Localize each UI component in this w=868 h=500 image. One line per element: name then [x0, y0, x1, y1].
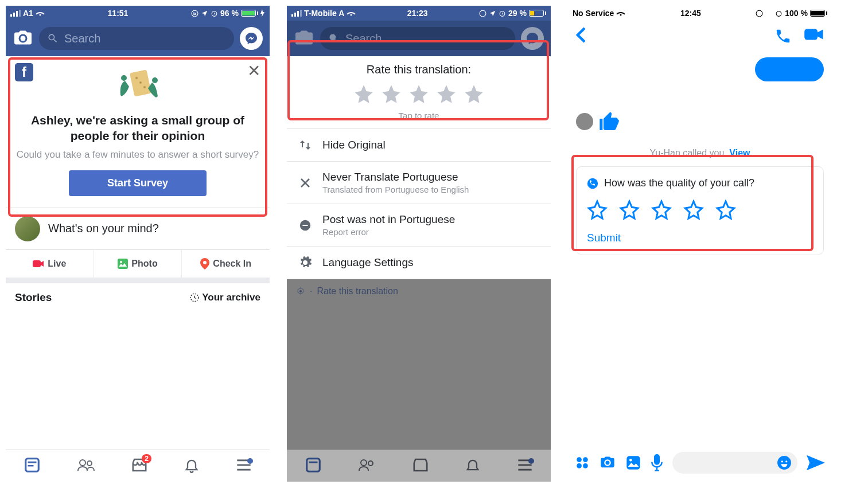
star-icon[interactable] [651, 200, 672, 220]
location-icon [765, 10, 773, 17]
marketplace-badge: 2 [142, 454, 151, 463]
live-button[interactable]: Live [6, 250, 94, 278]
thumbs-up-icon[interactable] [598, 110, 621, 133]
battery-pct: 100 % [785, 9, 808, 18]
nav-friends[interactable] [77, 456, 95, 476]
star-icon[interactable] [463, 83, 485, 105]
star-icon[interactable] [619, 200, 640, 220]
close-icon[interactable]: ✕ [247, 63, 260, 79]
send-icon[interactable] [807, 455, 825, 471]
svg-rect-3 [19, 10, 21, 17]
star-icon[interactable] [408, 83, 430, 105]
emoji-icon[interactable] [777, 455, 792, 470]
svg-rect-0 [10, 14, 12, 17]
phone-facebook-feed: A1 11:51 96 % Search f ✕ [6, 6, 270, 482]
apps-icon[interactable] [575, 455, 590, 470]
search-icon [47, 33, 59, 44]
message-input[interactable] [672, 452, 797, 474]
nav-menu[interactable] [236, 458, 252, 474]
star-rating[interactable] [587, 200, 813, 220]
star-icon[interactable] [587, 200, 608, 220]
svg-rect-48 [626, 456, 640, 469]
call-quality-survey: How was the quality of your call? Submit [576, 166, 824, 255]
nav-notifications[interactable] [184, 456, 200, 476]
archive-icon [190, 293, 199, 302]
star-icon[interactable] [353, 83, 375, 105]
photo-icon [118, 259, 128, 269]
battery-icon [529, 10, 546, 17]
wifi-icon [347, 10, 356, 17]
svg-point-8 [139, 81, 142, 84]
clock: 21:23 [407, 9, 428, 18]
location-icon [201, 10, 208, 17]
submit-button[interactable]: Submit [587, 232, 813, 244]
messenger-button[interactable] [240, 27, 263, 50]
nav-marketplace [412, 456, 429, 476]
option-never-translate[interactable]: Never Translate PortugueseTranslated fro… [287, 162, 551, 204]
nav-home[interactable] [24, 456, 41, 476]
phone-icon[interactable] [774, 28, 792, 45]
nav-home [305, 456, 322, 476]
status-bar: No Service 12:45 100 % [568, 6, 832, 21]
carrier-label: A1 [23, 9, 33, 18]
svg-rect-25 [294, 13, 296, 17]
search-input[interactable]: Search [39, 27, 234, 50]
alarm-icon [211, 10, 218, 17]
sent-message-bubble[interactable] [755, 57, 824, 81]
photo-button[interactable]: Photo [94, 250, 182, 278]
camera-icon[interactable] [13, 28, 33, 49]
messenger-icon [244, 32, 258, 45]
svg-rect-33 [307, 458, 320, 471]
mic-icon[interactable] [651, 454, 663, 471]
input-bar [568, 448, 832, 477]
svg-rect-27 [300, 10, 302, 17]
svg-point-7 [135, 77, 138, 79]
gear-icon [296, 287, 305, 296]
rate-section: Rate this translation: Tap to rate [287, 53, 551, 129]
stories-title: Stories [15, 291, 52, 304]
star-rating[interactable] [287, 83, 551, 105]
option-hide-original[interactable]: Hide Original [287, 129, 551, 162]
option-language-settings[interactable]: Language Settings [287, 247, 551, 279]
survey-subtext: Could you take a few minutes to answer a… [15, 149, 260, 161]
block-icon [297, 219, 313, 232]
nav-marketplace[interactable]: 2 [131, 456, 148, 476]
survey-illustration [33, 63, 247, 107]
svg-rect-42 [804, 29, 818, 40]
avatar[interactable] [15, 216, 40, 241]
star-icon[interactable] [435, 83, 457, 105]
svg-point-47 [583, 463, 588, 468]
nav-notifications [465, 456, 481, 476]
composer[interactable]: What's on your mind? [6, 208, 270, 250]
svg-rect-24 [291, 14, 293, 17]
avatar[interactable] [576, 113, 593, 130]
wifi-icon [616, 10, 625, 17]
status-bar: T-Mobile A 21:23 29 % [287, 6, 551, 21]
signal-icon [291, 10, 302, 17]
star-icon[interactable] [715, 200, 736, 220]
checkin-button[interactable]: Check In [182, 250, 270, 278]
svg-point-11 [152, 77, 158, 83]
back-button[interactable] [576, 26, 586, 46]
video-icon[interactable] [804, 28, 824, 41]
camera-icon [294, 28, 314, 49]
star-icon[interactable] [683, 200, 704, 220]
svg-point-35 [361, 460, 367, 466]
gallery-icon[interactable] [625, 455, 641, 471]
option-wrong-language[interactable]: Post was not in PortugueseReport error [287, 204, 551, 247]
charging-icon [260, 9, 265, 17]
chevron-left-icon [576, 26, 586, 44]
svg-rect-12 [33, 260, 41, 267]
camera-icon[interactable] [599, 455, 616, 471]
svg-point-45 [583, 457, 588, 462]
chat-header [568, 21, 832, 52]
battery-pct: 96 % [220, 9, 239, 18]
svg-rect-26 [297, 11, 299, 17]
svg-point-43 [587, 178, 598, 188]
wifi-icon [36, 10, 45, 17]
star-icon[interactable] [380, 83, 402, 105]
start-survey-button[interactable]: Start Survey [69, 170, 207, 196]
facebook-icon: f [15, 63, 33, 81]
view-link[interactable]: View [729, 148, 750, 158]
archive-button[interactable]: Your archive [190, 292, 260, 303]
